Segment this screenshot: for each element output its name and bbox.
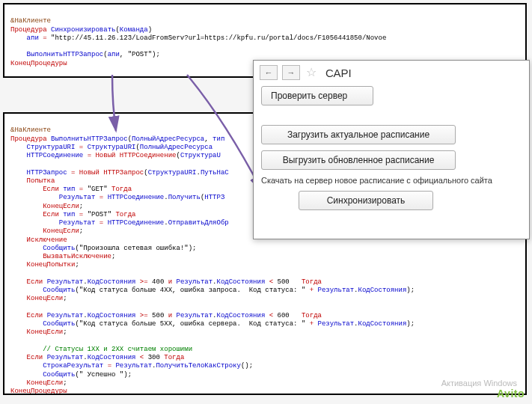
v: Результат — [47, 278, 84, 286]
op: >= — [140, 278, 148, 286]
v: СтруктураURI — [10, 144, 75, 151]
param: тип — [213, 135, 224, 143]
semi: ; — [63, 328, 67, 336]
m: ОтправитьДляОбр — [168, 219, 229, 227]
kw-raise: ВызватьИсключение — [10, 253, 111, 260]
sync-button[interactable]: Синхронизировать — [299, 191, 433, 210]
windows-activation-watermark: Активация Windows — [441, 379, 517, 388]
proc-name: Синхронизировать — [51, 26, 115, 34]
sapi-dialog: ← → ☆ САРІ Проверить сервер Загрузить ак… — [253, 60, 530, 239]
arg: СтруктураURI — [148, 169, 197, 177]
kw: Процедура — [10, 135, 47, 143]
nav-back-button[interactable]: ← — [260, 65, 278, 80]
op: = — [79, 144, 83, 151]
op: = — [79, 211, 83, 218]
type: HTTPСоединение — [120, 152, 177, 159]
semi: ; — [79, 227, 83, 235]
op: < — [269, 278, 273, 286]
op: + — [310, 287, 314, 294]
op: >= — [140, 312, 148, 319]
n: 300 — [148, 354, 160, 361]
var-api: апи — [10, 34, 39, 42]
dialog-toolbar: ← → ☆ САРІ — [254, 61, 529, 83]
fn: Сообщить — [10, 320, 75, 328]
semi: ; — [63, 295, 67, 302]
proc-name: ВыполнитьHTTPЗапрос — [51, 135, 128, 143]
v: HTTPЗапрос — [10, 169, 67, 177]
dialog-body: Проверить сервер Загрузить актуальное ра… — [254, 83, 529, 224]
kw-if: Если — [10, 354, 43, 361]
op: = — [100, 219, 103, 227]
n: 400 — [152, 278, 164, 286]
kw-endtry: КонецПопытки — [10, 261, 75, 269]
kw-if: Если — [10, 278, 43, 286]
s: "POST" — [88, 211, 111, 218]
v: Результат — [177, 312, 213, 319]
p: ); — [406, 287, 415, 294]
kw-try: Попытка — [10, 177, 55, 185]
check-server-button[interactable]: Проверить сервер — [261, 86, 373, 105]
kw-new: Новый — [95, 152, 115, 159]
v: Результат — [177, 278, 213, 286]
string-url: "http://45.11.26.123/LoadFromServ?url=ht… — [51, 34, 386, 42]
prop: КодСостояния — [217, 278, 266, 286]
fn: Сообщить — [10, 371, 75, 379]
fn: СтруктураURI — [88, 144, 136, 151]
prop: КодСостояния — [88, 354, 136, 361]
fn: Сообщить — [10, 287, 75, 294]
kw-and: и — [168, 278, 172, 286]
kw-endif: КонецЕсли — [10, 328, 63, 336]
v: СтрокаРезультат — [10, 362, 103, 370]
kw-if: Если — [10, 211, 59, 218]
kw-endif: КонецЕсли — [10, 295, 63, 302]
avito-watermark: Avito — [497, 388, 525, 400]
fn: Сообщить — [10, 245, 75, 252]
n: 500 — [152, 312, 164, 319]
n: 600 — [278, 312, 290, 319]
prop: КодСостояния — [88, 278, 136, 286]
p: ); — [123, 371, 132, 379]
keyword-procedure: Процедура — [10, 26, 47, 34]
op: = — [79, 186, 83, 193]
v: Результат — [10, 219, 95, 227]
n: 500 — [278, 278, 290, 286]
prop: КодСостояния — [358, 320, 407, 328]
prop: ПутьНаС — [201, 169, 229, 177]
param: ПолныйАдресРесурса — [132, 135, 204, 143]
type: HTTPЗапрос — [103, 169, 144, 177]
s: " Успешно " — [79, 371, 123, 379]
arg: ПолныйАдресРесурса — [140, 144, 213, 151]
unload-schedule-button[interactable]: Выгрузить обновленное расписание — [261, 150, 456, 170]
arg: СтруктураU — [180, 152, 221, 159]
kw-except: Исключение — [10, 236, 67, 244]
paren: ) — [148, 26, 152, 34]
op: = — [108, 362, 111, 370]
v: Результат — [318, 320, 355, 328]
v: тип — [63, 186, 75, 193]
m: ПолучитьТелоКакСтроку — [156, 362, 240, 370]
op: = — [100, 194, 103, 201]
v: Результат — [47, 354, 84, 361]
obj: HTTPСоединение — [108, 219, 165, 227]
kw-then: Тогда — [111, 186, 132, 193]
prop: КодСостояния — [88, 312, 136, 319]
v: HTTPСоединение — [10, 152, 83, 159]
s: "Код статуса больше 4XX, ошибка запроса.… — [79, 287, 305, 294]
nav-forward-button[interactable]: → — [282, 65, 300, 80]
paren-semi: ); — [152, 51, 160, 58]
m: Получить — [168, 194, 201, 201]
v: Результат — [318, 287, 355, 294]
string-post: "POST" — [128, 51, 152, 58]
load-schedule-button[interactable]: Загрузить актуальное расписание — [261, 125, 456, 144]
comment: // Статусы 1XX и 2XX считаем хорошими — [10, 346, 192, 353]
favorite-star-icon[interactable]: ☆ — [305, 66, 318, 79]
kw-endif: КонецЕсли — [10, 227, 79, 235]
kw-endproc: КонецПроцедуры — [10, 388, 67, 395]
keyword-endproc: КонецПроцедуры — [10, 60, 67, 67]
op: < — [269, 312, 273, 319]
kw-endif: КонецЕсли — [10, 203, 79, 210]
sync-hint-label: Скачать на сервер новое расписание с офи… — [261, 176, 522, 185]
v: Результат — [47, 312, 84, 319]
kw-then: Тогда — [115, 211, 135, 218]
kw-then: Тогда — [164, 354, 184, 361]
